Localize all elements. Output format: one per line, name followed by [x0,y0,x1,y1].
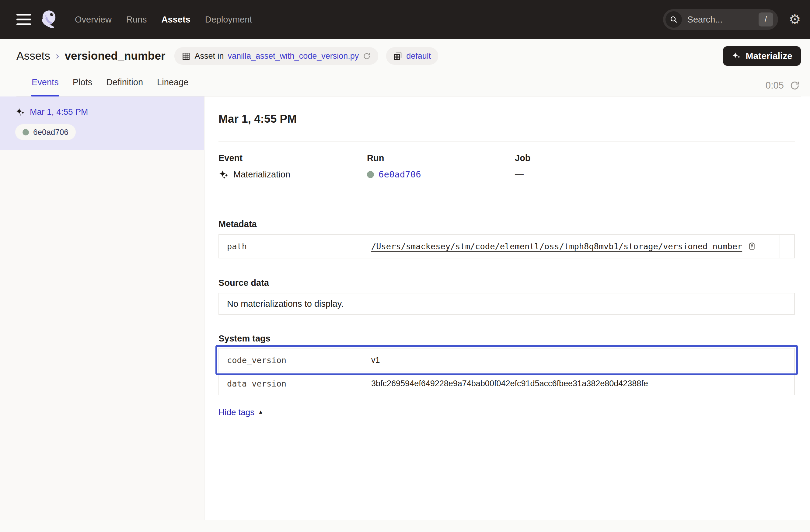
metadata-section-title: Metadata [218,219,795,229]
search-icon [665,11,682,28]
event-type-value: Materialization [218,169,367,180]
divider [218,141,795,142]
event-list-sidebar: Mar 1, 4:55 PM 6e0ad706 [0,96,205,520]
event-timestamp: Mar 1, 4:55 PM [30,107,88,117]
run-status-dot [367,171,374,178]
dagster-logo[interactable] [39,9,60,30]
hide-tags-link[interactable]: Hide tags ▲ [218,407,263,417]
sparkle-icon [218,169,229,180]
summary-event-col: Event Materialization [218,153,367,180]
nav-link-deployment[interactable]: Deployment [205,15,252,25]
tag-value: 3bfc269594ef649228e9a74bab00f042efc91d5a… [363,372,794,395]
materialize-button[interactable]: Materialize [723,46,801,66]
nav-link-overview[interactable]: Overview [75,15,112,25]
refresh-icon[interactable] [363,52,371,60]
run-tag-pill[interactable]: 6e0ad706 [15,124,76,140]
event-list-item[interactable]: Mar 1, 4:55 PM 6e0ad706 [0,96,204,150]
tabs: Events Plots Definition Lineage [32,77,188,96]
tab-plots[interactable]: Plots [73,77,92,96]
system-tags-table: code_version v1 data_version 3bfc269594e… [218,348,795,396]
tabs-row: Events Plots Definition Lineage [16,77,801,96]
dagster-octopus-icon [39,9,60,30]
metadata-key: path [219,235,363,258]
run-column-label: Run [367,153,515,163]
caret-up-icon: ▲ [258,409,263,415]
materialize-button-label: Materialize [746,51,792,61]
gear-icon[interactable]: ⚙ [789,13,801,26]
event-summary: Event Materialization Run 6e0ad706 Job — [218,153,795,180]
run-id: 6e0ad706 [33,128,68,137]
job-value: — [515,169,524,179]
refresh-icon[interactable] [789,80,800,91]
source-data-empty-message: No materializations to display. [227,299,343,309]
breadcrumb-row: Assets › versioned_number Asset in vanil… [16,46,801,66]
top-nav: Overview Runs Assets Deployment / ⚙ [0,0,810,39]
hide-tags-label: Hide tags [218,407,254,417]
sparkle-icon [731,51,741,61]
tag-value: v1 [363,349,794,372]
tag-key: code_version [219,349,363,372]
hamburger-icon[interactable] [16,14,31,25]
event-type-label: Materialization [233,170,290,180]
breadcrumb-assets-link[interactable]: Assets [16,50,50,62]
code-location-link[interactable]: vanilla_asset_with_code_version.py [228,51,359,61]
grid-icon [182,52,191,61]
system-tags-table-wrap: code_version v1 data_version 3bfc269594e… [218,348,795,396]
source-data-empty-state: No materializations to display. [218,293,795,315]
nav-link-assets[interactable]: Assets [162,15,191,25]
tab-lineage[interactable]: Lineage [157,77,188,96]
event-heading: Mar 1, 4:55 PM [218,112,795,126]
auto-refresh-control: 0:05 [765,80,800,91]
asset-location-prefix: Asset in [194,51,224,61]
event-timestamp-row: Mar 1, 4:55 PM [15,107,197,117]
chevron-right-icon: › [56,50,59,62]
event-detail-panel: Mar 1, 4:55 PM Event Materialization Run… [205,96,810,520]
run-id-link[interactable]: 6e0ad706 [378,169,421,180]
breadcrumb: Assets › versioned_number [16,50,165,62]
nav-link-runs[interactable]: Runs [126,15,147,25]
metadata-expand-cell [780,235,796,258]
page-header: Assets › versioned_number Asset in vanil… [0,39,810,96]
source-data-section-title: Source data [218,278,795,288]
metadata-path-link[interactable]: /Users/smackesey/stm/code/elementl/oss/t… [371,242,742,251]
run-status-dot [22,129,29,135]
search-shortcut-badge: / [759,13,773,27]
asset-group-link: default [406,51,431,61]
content-area: Mar 1, 4:55 PM 6e0ad706 Mar 1, 4:55 PM E… [0,96,810,520]
clipboard-icon[interactable] [748,242,756,251]
asset-location-pill: Asset in vanilla_asset_with_code_version… [174,47,378,65]
tab-events[interactable]: Events [32,77,59,96]
sparkle-icon [15,107,25,117]
search-box[interactable]: / [663,9,778,30]
metadata-table: path /Users/smackesey/stm/code/elementl/… [218,234,795,258]
page-title: versioned_number [65,50,165,62]
tab-definition[interactable]: Definition [106,77,143,96]
primary-nav-links: Overview Runs Assets Deployment [75,15,252,25]
refresh-countdown: 0:05 [765,80,784,91]
summary-job-col: Job — [515,153,795,180]
search-input[interactable] [682,15,759,25]
system-tags-section-title: System tags [218,334,795,344]
event-column-label: Event [218,153,367,163]
tag-key: data_version [219,372,363,395]
summary-run-col: Run 6e0ad706 [367,153,515,180]
layered-grid-icon [393,52,402,61]
job-column-label: Job [515,153,795,163]
asset-group-pill[interactable]: default [386,47,438,65]
